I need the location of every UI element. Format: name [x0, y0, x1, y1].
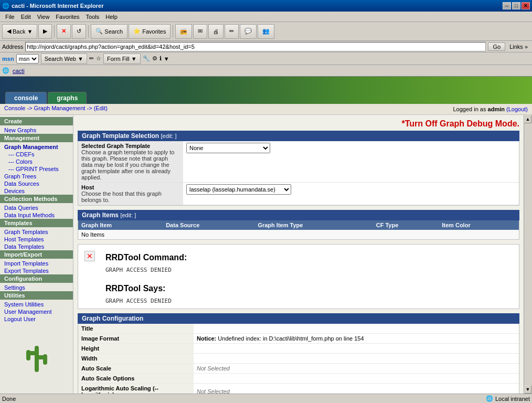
template-row: Selected Graph Template Choose a graph t…	[78, 141, 519, 183]
refresh-icon: ↺	[77, 28, 81, 35]
discuss-icon: 💬	[244, 28, 252, 35]
host-select[interactable]: lasselap (lasselap.humandata.se)	[186, 184, 291, 195]
favorites-button[interactable]: ⭐ Favorites	[129, 24, 171, 39]
messenger-button[interactable]: 👥	[258, 24, 274, 39]
edit-icon: ✏	[229, 28, 234, 35]
scrollbar[interactable]: ▲ ▼	[524, 115, 532, 394]
graph-items-table: Graph Item Data Source Graph Item Type C…	[78, 220, 519, 239]
config-value-cell	[194, 344, 519, 354]
sidebar-logout-user[interactable]: Logout User	[0, 315, 73, 323]
config-row: Logarithmic Auto Scaling (--logarithmic)…	[78, 384, 519, 394]
sidebar-graph-trees[interactable]: Graph Trees	[0, 173, 73, 180]
go-button[interactable]: Go	[488, 43, 505, 51]
scroll-down-button[interactable]: ▼	[524, 385, 531, 394]
scroll-up-button[interactable]: ▲	[524, 115, 531, 123]
template-value: None	[183, 141, 519, 183]
status-text: Done	[2, 396, 16, 402]
form-fill-button[interactable]: Form Fill ▼	[103, 54, 141, 64]
sidebar-data-queries[interactable]: Data Queries	[0, 204, 73, 211]
sidebar-data-input-methods[interactable]: Data Input Methods	[0, 211, 73, 219]
template-select[interactable]: None	[186, 143, 270, 153]
config-value-cell	[194, 374, 519, 384]
config-row: Height	[78, 344, 519, 354]
debug-message[interactable]: *Turn Off Graph Debug Mode.	[78, 117, 519, 131]
toolbar-separator-2	[88, 25, 89, 38]
sidebar-system-utilities[interactable]: System Utilities	[0, 301, 73, 308]
zone-icon: 🌐	[486, 395, 493, 402]
sidebar-devices[interactable]: Devices	[0, 187, 73, 195]
msn-search-button[interactable]: Search Web ▼	[41, 54, 87, 64]
print-button[interactable]: 🖨	[208, 24, 224, 39]
links-button[interactable]: Links »	[507, 44, 530, 50]
rrd-command-title: RRDTool Command:	[105, 253, 515, 262]
console-tab[interactable]: console	[5, 92, 47, 104]
search-button[interactable]: 🔍 Search	[91, 24, 127, 39]
refresh-button[interactable]: ↺	[72, 24, 86, 39]
sidebar-new-graphs[interactable]: New Graphs	[0, 126, 73, 134]
menu-tools[interactable]: Tools	[83, 13, 103, 21]
config-label-cell: Title	[78, 324, 194, 334]
sidebar-data-sources[interactable]: Data Sources	[0, 180, 73, 187]
menu-view[interactable]: View	[34, 13, 53, 21]
msn-edit-icon: ✏	[89, 55, 94, 62]
address-bar: Address Go Links »	[0, 41, 532, 52]
no-items-cell: No Items	[78, 230, 519, 239]
toolbar-separator-3	[173, 25, 173, 38]
config-label-cell: Auto Scale Options	[78, 374, 194, 384]
sidebar-data-templates[interactable]: Data Templates	[0, 243, 73, 250]
config-row: Width	[78, 354, 519, 364]
close-button[interactable]: ✕	[522, 2, 530, 9]
svg-rect-2	[26, 350, 30, 360]
menu-file[interactable]: File	[2, 13, 18, 21]
sidebar-host-templates[interactable]: Host Templates	[0, 236, 73, 243]
menu-favorites[interactable]: Favorites	[52, 13, 82, 21]
sidebar-settings[interactable]: Settings	[0, 284, 73, 291]
media-icon: 📻	[180, 28, 187, 35]
mail-button[interactable]: ✉	[193, 24, 207, 39]
menu-help[interactable]: Help	[102, 13, 121, 21]
sidebar-cdeffs[interactable]: --- CDEFs	[0, 151, 73, 158]
forward-button[interactable]: ▶	[38, 24, 52, 39]
no-items-row: No Items	[78, 230, 519, 239]
cactus-image	[0, 327, 73, 377]
forward-icon: ▶	[43, 28, 47, 35]
edit-page-button[interactable]: ✏	[225, 24, 239, 39]
sidebar-graph-templates[interactable]: Graph Templates	[0, 228, 73, 236]
address-input[interactable]	[25, 42, 486, 51]
stop-button[interactable]: ✕	[57, 24, 71, 39]
breadcrumb: Console -> Graph Management -> (Edit)	[4, 105, 108, 111]
sidebar-export-templates[interactable]: Export Templates	[0, 267, 73, 274]
media-button[interactable]: 📻	[175, 24, 192, 39]
maximize-button[interactable]: □	[512, 2, 520, 9]
title-bar: 🌐 cacti - Microsoft Internet Explorer ─ …	[0, 0, 532, 12]
graph-config-table: TitleImage FormatNotice: Undefined index…	[78, 324, 519, 394]
sidebar-import-templates[interactable]: Import Templates	[0, 260, 73, 267]
breadcrumb-graph-mgmt[interactable]: Graph Management	[34, 105, 86, 111]
breadcrumb-console[interactable]: Console	[4, 105, 25, 111]
stop-icon: ✕	[61, 28, 66, 35]
favorites-bar: 🌐 cacti	[0, 65, 532, 77]
config-row: Image FormatNotice: Undefined index: in …	[78, 334, 519, 344]
msn-dropdown[interactable]: msn	[16, 54, 39, 63]
logout-link[interactable]: (Logout)	[506, 106, 528, 112]
back-button[interactable]: ◀ Back ▼	[2, 24, 37, 39]
main-content: *Turn Off Graph Debug Mode. Graph Templa…	[73, 115, 524, 394]
messenger-icon: 👥	[262, 28, 270, 35]
msn-settings-icon: ⚙	[152, 55, 157, 62]
fav-cacti[interactable]: cacti	[12, 68, 26, 74]
sidebar-user-management[interactable]: User Management	[0, 308, 73, 315]
col-data-source: Data Source	[163, 220, 254, 230]
graphs-tab[interactable]: graphs	[48, 92, 87, 104]
zone-text: Local intranet	[495, 396, 530, 402]
back-icon: ◀	[7, 28, 11, 35]
discuss-button[interactable]: 💬	[240, 24, 257, 39]
sidebar-colors[interactable]: --- Colors	[0, 158, 73, 165]
sidebar-section-collection: Collection Methods	[0, 195, 73, 203]
minimize-button[interactable]: ─	[503, 2, 511, 9]
menu-edit[interactable]: Edit	[18, 13, 34, 21]
config-label-cell: Image Format	[78, 334, 194, 344]
sidebar-gprint-presets[interactable]: --- GPRINT Presets	[0, 165, 73, 173]
sidebar-graph-management[interactable]: Graph Management	[0, 143, 73, 151]
address-label: Address	[2, 44, 23, 50]
sidebar-section-create: Create	[0, 117, 73, 125]
